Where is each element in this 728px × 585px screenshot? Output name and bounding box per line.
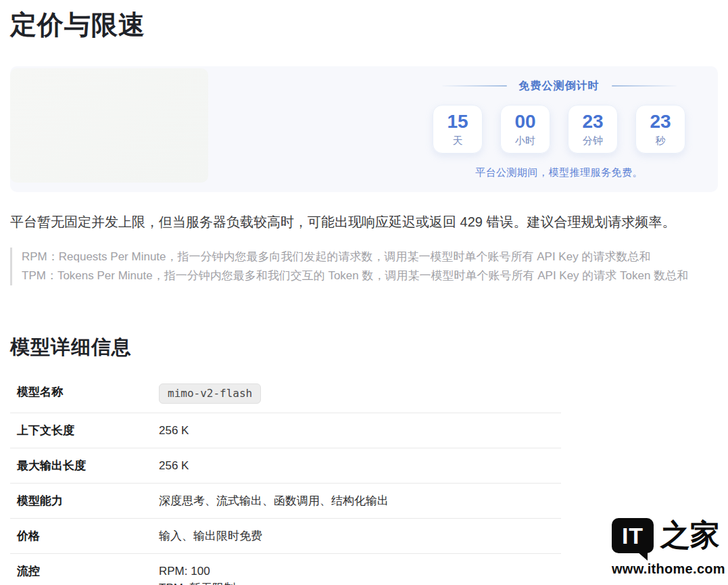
row-value: 输入、输出限时免费: [159, 528, 262, 544]
tpm-limit: TPM: 暂无限制: [159, 580, 235, 585]
row-value: 256 K: [159, 422, 189, 439]
countdown-card-hours: 00 小时: [500, 105, 550, 154]
tpm-definition: TPM：Tokens Per Minute，指一分钟内您最多和我们交互的 Tok…: [22, 266, 718, 285]
countdown-title-row: 免费公测倒计时: [442, 79, 677, 93]
banner-illustration-placeholder: [10, 68, 208, 183]
row-value: 256 K: [159, 457, 189, 474]
ithome-speech-bubble-icon: IT: [612, 518, 654, 553]
countdown-card-minutes: 23 分钟: [568, 105, 618, 154]
countdown-panel: 免费公测倒计时 15 天 00 小时 23 分钟 23 秒: [414, 66, 704, 192]
promo-banner: 免费公测倒计时 15 天 00 小时 23 分钟 23 秒: [10, 66, 718, 192]
content-page: 定价与限速 免费公测倒计时 15 天 00 小时 23 分钟: [0, 11, 728, 585]
ithome-logo-zhijia: 之家: [660, 521, 720, 551]
speech-bubble-tail: [637, 552, 648, 561]
row-value: mimo-v2-flash: [159, 383, 261, 404]
row-label: 最大输出长度: [17, 457, 159, 474]
definitions-blockquote: RPM：Requests Per Minute，指一分钟内您最多向我们发起的请求…: [10, 248, 718, 285]
table-row: 价格 输入、输出限时免费: [10, 519, 561, 554]
countdown-note: 平台公测期间，模型推理服务免费。: [475, 166, 643, 179]
row-label: 流控: [17, 563, 159, 580]
rpm-definition: RPM：Requests Per Minute，指一分钟内您最多向我们发起的请求…: [22, 248, 718, 266]
countdown-title: 免费公测倒计时: [519, 79, 600, 93]
row-label: 模型名称: [17, 383, 159, 400]
model-name-code: mimo-v2-flash: [159, 383, 261, 404]
intro-paragraph: 平台暂无固定并发上限，但当服务器负载较高时，可能出现响应延迟或返回 429 错误…: [10, 213, 718, 231]
divider-line-left: [442, 85, 507, 87]
countdown-value: 23: [650, 112, 671, 131]
model-details-table: 模型名称 mimo-v2-flash 上下文长度 256 K 最大输出长度 25…: [10, 375, 561, 585]
countdown-unit: 天: [453, 135, 463, 145]
table-row: 流控 RPM: 100 TPM: 暂无限制: [10, 554, 561, 585]
countdown-unit: 分钟: [583, 135, 603, 145]
divider-line-right: [612, 85, 677, 87]
ithome-logo: IT 之家: [612, 518, 720, 553]
ithome-logo-it: IT: [622, 523, 644, 549]
countdown-unit: 秒: [656, 135, 666, 145]
row-label: 价格: [17, 528, 159, 544]
countdown-card-seconds: 23 秒: [635, 105, 685, 154]
countdown-card-days: 15 天: [433, 105, 483, 154]
countdown-value: 00: [514, 112, 535, 131]
ithome-watermark: IT 之家 www.ithome.com: [612, 518, 720, 577]
countdown-value: 23: [582, 112, 603, 131]
row-label: 上下文长度: [17, 422, 159, 439]
page-title: 定价与限速: [10, 11, 718, 40]
row-value: 深度思考、流式输出、函数调用、结构化输出: [159, 492, 389, 509]
rpm-limit: RPM: 100: [159, 563, 235, 580]
countdown-unit: 小时: [515, 135, 535, 145]
model-details-title: 模型详细信息: [10, 334, 718, 361]
row-value: RPM: 100 TPM: 暂无限制: [159, 563, 235, 585]
table-row: 模型名称 mimo-v2-flash: [10, 375, 561, 413]
countdown-cards: 15 天 00 小时 23 分钟 23 秒: [433, 105, 685, 154]
table-row: 模型能力 深度思考、流式输出、函数调用、结构化输出: [10, 484, 561, 519]
table-row: 上下文长度 256 K: [10, 413, 561, 448]
row-label: 模型能力: [17, 492, 159, 509]
table-row: 最大输出长度 256 K: [10, 448, 561, 484]
countdown-value: 15: [447, 112, 468, 131]
ithome-url: www.ithome.com: [612, 561, 720, 577]
